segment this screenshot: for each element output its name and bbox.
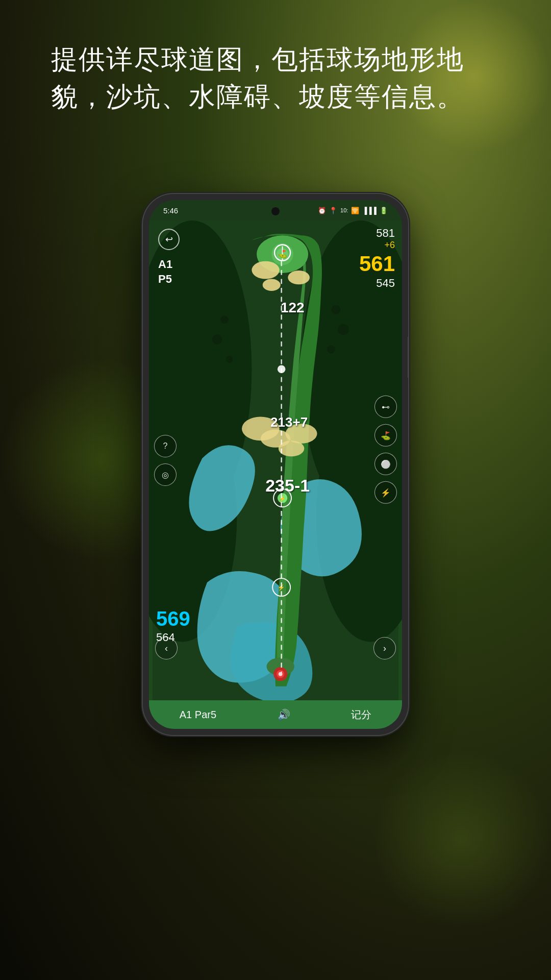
svg-point-13 <box>263 279 281 291</box>
svg-point-31 <box>226 356 233 363</box>
hole-par: P5 <box>158 272 172 287</box>
blue-distance: 569 <box>156 606 190 631</box>
svg-point-34 <box>327 346 335 354</box>
right-buttons: ⊷ ⛳ ⚪ ⚡ <box>374 396 397 504</box>
data-icon: 10: <box>340 207 348 213</box>
phone-screen: 5:46 ⏰ 📍 10: 🛜 ▐▐▐ 🔋 <box>149 200 402 729</box>
distance-panel: 581 +6 561 545 <box>359 227 395 290</box>
svg-point-32 <box>332 305 340 314</box>
flag-button[interactable]: ⛳ <box>374 424 397 447</box>
prev-icon: ‹ <box>165 643 168 654</box>
back-button[interactable]: ↩ <box>158 229 180 250</box>
bottom-hole-par-text: A1 Par5 <box>180 709 216 721</box>
layers-icon: ⊷ <box>382 402 390 411</box>
svg-point-29 <box>220 315 229 324</box>
svg-point-12 <box>288 271 310 284</box>
camera-notch <box>271 207 280 215</box>
status-time: 5:46 <box>163 206 178 215</box>
bottom-score[interactable]: 记分 <box>351 708 371 722</box>
left-buttons: ? ◎ <box>154 435 177 486</box>
next-icon: › <box>383 643 386 654</box>
ball-button[interactable]: ⚪ <box>374 453 397 475</box>
back-icon: ↩ <box>165 234 173 245</box>
dist-bottom: 545 <box>359 277 395 290</box>
bg-glow-bottom-right <box>372 750 551 929</box>
svg-point-17 <box>279 440 304 456</box>
alarm-icon: ⏰ <box>318 207 326 214</box>
sound-icon: 🔊 <box>278 708 290 721</box>
signal-icon: ▐▐▐ <box>362 207 377 214</box>
dist-label-213: 213+7 <box>270 414 308 430</box>
pin-icon: ◎ <box>162 470 169 480</box>
battery-icon: 🔋 <box>380 207 388 214</box>
dist-top: 581 <box>359 227 395 240</box>
hole-number: A1 <box>158 257 172 272</box>
svg-point-30 <box>212 334 222 344</box>
next-button[interactable]: › <box>373 637 396 659</box>
bottom-bar: A1 Par5 🔊 记分 <box>149 700 402 729</box>
phone-mockup: 5:46 ⏰ 📍 10: 🛜 ▐▐▐ 🔋 <box>143 194 408 735</box>
flag-icon: ⛳ <box>381 430 391 440</box>
bottom-sound[interactable]: 🔊 <box>278 708 290 721</box>
svg-point-33 <box>338 324 348 335</box>
dist-label-122: 122 <box>281 300 305 316</box>
dist-adjustment: +6 <box>359 240 395 251</box>
score-text: 记分 <box>351 708 371 722</box>
status-bar: 5:46 ⏰ 📍 10: 🛜 ▐▐▐ 🔋 <box>149 200 402 220</box>
dist-label-235: 235-1 <box>265 476 310 496</box>
svg-point-11 <box>252 261 279 279</box>
header-description: 提供详尽球道图，包括球场地形地貌，沙坑、水障碍、坡度等信息。 <box>51 41 500 115</box>
help-button[interactable]: ? <box>154 435 177 457</box>
status-icons: ⏰ 📍 10: 🛜 ▐▐▐ 🔋 <box>318 207 388 214</box>
location-icon: 📍 <box>329 207 337 214</box>
hole-info: A1 P5 <box>158 257 172 286</box>
location-button[interactable]: ◎ <box>154 463 177 486</box>
bottom-left-distances: 569 564 <box>156 606 190 644</box>
svg-text:⛳: ⛳ <box>278 249 288 259</box>
lightning-icon: ⚡ <box>381 487 391 497</box>
question-icon: ? <box>163 442 168 451</box>
bottom-hole-par: A1 Par5 <box>180 709 216 721</box>
svg-text:⚡: ⚡ <box>279 495 286 502</box>
dist-main: 561 <box>359 251 395 277</box>
white-distance: 564 <box>156 631 190 644</box>
svg-point-27 <box>279 672 283 676</box>
wifi-icon: 🛜 <box>351 207 359 214</box>
power-button <box>408 337 408 378</box>
lightning-button[interactable]: ⚡ <box>374 481 397 504</box>
course-map: ⛳ ⚡ ⚡ <box>149 220 402 700</box>
layers-button[interactable]: ⊷ <box>374 396 397 418</box>
ball-icon: ⚪ <box>381 459 391 469</box>
